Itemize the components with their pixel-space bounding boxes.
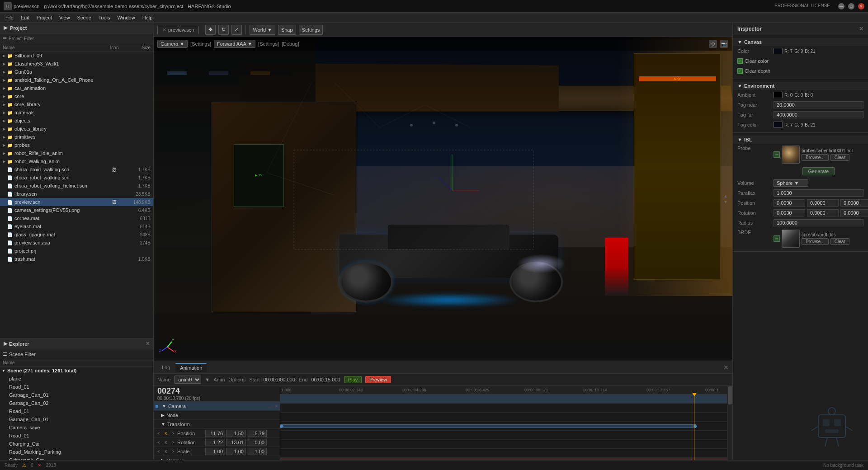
color-swatch[interactable] <box>774 48 783 54</box>
menu-tools[interactable]: Tools <box>95 14 114 21</box>
radius-input[interactable] <box>774 219 863 226</box>
scene-tab[interactable]: ✕ preview.scn <box>157 26 199 34</box>
scene-list-item[interactable]: Road_Marking_Parking <box>0 448 153 456</box>
forward-aaa-dropdown[interactable]: Forward AAA ▼ <box>214 40 255 48</box>
file-item[interactable]: 📄chara_droid_walking.scn🖼1.7KB <box>0 165 153 174</box>
snap-btn[interactable]: Snap <box>278 25 296 35</box>
menu-window[interactable]: Window <box>114 14 139 21</box>
pos-k[interactable]: K <box>163 431 169 436</box>
probe-browse-button[interactable]: Browse... <box>802 154 829 161</box>
file-item[interactable]: 📄eyelash.mat814B <box>0 222 153 230</box>
camera-dropdown[interactable]: Camera ▼ <box>157 40 188 48</box>
ibl-pos-y[interactable] <box>807 199 839 207</box>
file-item[interactable]: 📄glass_opaque.mat948B <box>0 230 153 239</box>
ambient-swatch[interactable] <box>774 92 783 98</box>
viewport-camera-icon[interactable]: 📷 <box>720 40 728 48</box>
camera-track-menu[interactable]: … <box>268 404 273 409</box>
volume-dropdown[interactable]: Sphere ▼ <box>774 179 808 187</box>
rotate-mode-btn[interactable]: ↻ <box>218 25 229 35</box>
ibl-rot-z[interactable] <box>840 209 868 216</box>
scene-list-item[interactable]: Road_01 <box>0 383 153 391</box>
viewport-debug-label[interactable]: [Debug] <box>282 41 299 47</box>
animation-tab[interactable]: Animation <box>175 363 207 372</box>
close-button[interactable]: ✕ <box>858 3 864 9</box>
file-item[interactable]: 📄camera_settings(FOV55).png6.4KB <box>0 206 153 214</box>
file-item[interactable]: 📄project.prj <box>0 247 153 255</box>
scene-list-item[interactable]: Road_01 <box>0 432 153 440</box>
menu-project[interactable]: Project <box>33 14 56 21</box>
ibl-rot-y[interactable] <box>807 209 839 216</box>
scene-root-item[interactable]: ▼Scene (271 nodes, 1261 total) <box>0 367 153 375</box>
fog-color-swatch[interactable] <box>774 122 783 128</box>
maximize-button[interactable]: □ <box>848 3 854 9</box>
scene-tab-close[interactable]: ✕ <box>162 27 166 33</box>
brdf-clear-button[interactable]: Clear <box>830 238 849 245</box>
scale-k[interactable]: K <box>163 449 169 454</box>
pos-z-field[interactable] <box>247 430 267 437</box>
menu-help[interactable]: Help <box>139 14 156 21</box>
viewport-settings2-label[interactable]: [Settings] <box>258 41 279 47</box>
scene-list-item[interactable]: Charging_Car <box>0 440 153 448</box>
ibl-pos-z[interactable] <box>840 199 868 207</box>
camera-track-close[interactable]: ✕ <box>274 404 278 409</box>
node-expand[interactable]: ▶ <box>161 413 165 418</box>
rot-x-field[interactable] <box>205 439 225 446</box>
file-item[interactable]: ▶📁android_Talking_On_A_Cell_Phone <box>0 76 153 84</box>
rot-y-field[interactable] <box>226 439 246 446</box>
clear-color-checkbox[interactable]: ✓ <box>737 58 743 64</box>
menu-edit[interactable]: Edit <box>17 14 33 21</box>
ibl-section-header[interactable]: ▼ IBL <box>733 136 868 144</box>
probe-edit-icon[interactable]: ✏ <box>774 151 780 158</box>
preview-button[interactable]: Preview <box>365 376 391 383</box>
file-item[interactable]: ▶📁core <box>0 92 153 100</box>
file-item[interactable]: ▶📁car_animation <box>0 84 153 92</box>
world-space-btn[interactable]: World ▼ <box>250 25 275 35</box>
menu-scene[interactable]: Scene <box>74 14 95 21</box>
file-item[interactable]: 📄preview.scn.aaa274B <box>0 239 153 247</box>
timeline-vscroll[interactable] <box>727 385 732 460</box>
file-item[interactable]: ▶📁probes <box>0 141 153 149</box>
pos-y-field[interactable] <box>226 430 246 437</box>
log-tab[interactable]: Log <box>157 363 175 371</box>
bottom-panel-close[interactable]: ✕ <box>723 364 729 371</box>
brdf-edit-icon[interactable]: ✏ <box>774 235 780 242</box>
transform-expand[interactable]: ▼ <box>161 422 165 427</box>
scale-x-field[interactable] <box>205 448 225 455</box>
file-item[interactable]: ▶📁robot_Rifle_Idle_anim <box>0 149 153 157</box>
nav-up[interactable]: ▲ <box>723 193 728 198</box>
parallax-input[interactable] <box>774 189 863 197</box>
settings-btn[interactable]: Settings <box>299 25 323 35</box>
file-item[interactable]: ▶📁objects <box>0 117 153 125</box>
file-item[interactable]: ▶📁Billboard_09 <box>0 52 153 60</box>
scale-y-field[interactable] <box>226 448 246 455</box>
scene-list-item[interactable]: Camera_save <box>0 423 153 432</box>
scene-list-item[interactable]: Road_01 <box>0 407 153 415</box>
probe-clear-button[interactable]: Clear <box>830 154 849 161</box>
scene-list-item[interactable]: Garbage_Can_01 <box>0 415 153 423</box>
file-item[interactable]: 📄chara_robot_walking_helmet.scn1.7KB <box>0 182 153 190</box>
menu-file[interactable]: File <box>2 14 17 21</box>
generate-button[interactable]: Generate <box>802 167 835 175</box>
ibl-pos-x[interactable] <box>774 199 805 207</box>
file-item[interactable]: ▶📁objects_library <box>0 125 153 133</box>
scene-list-item[interactable]: Garbage_Can_01 <box>0 391 153 399</box>
brdf-browse-button[interactable]: Browse... <box>802 238 829 245</box>
canvas-section-header[interactable]: ▼ Canvas <box>733 38 868 46</box>
file-item[interactable]: ▶📁primitives <box>0 133 153 141</box>
file-item[interactable]: ▶📁materials <box>0 108 153 117</box>
viewport-settings-icon[interactable]: ⚙ <box>709 40 717 48</box>
inspector-close-button[interactable]: ✕ <box>859 26 863 32</box>
clear-depth-checkbox[interactable]: ✓ <box>737 68 743 74</box>
file-item[interactable]: ▶📁Gun01a <box>0 68 153 76</box>
explorer-close-button[interactable]: ✕ <box>146 341 150 347</box>
scene-list-item[interactable]: Garbage_Can_02 <box>0 399 153 407</box>
file-item[interactable]: 📄trash.mat1.0KB <box>0 255 153 263</box>
file-item[interactable]: ▶📁core_library <box>0 100 153 108</box>
file-item[interactable]: ▶📁Etasphera53_Walk1 <box>0 60 153 68</box>
fog-near-input[interactable] <box>774 101 863 108</box>
rot-k[interactable]: K <box>163 440 169 445</box>
scale-mode-btn[interactable]: ⤢ <box>231 25 242 35</box>
anim-select[interactable]: anim0 <box>174 376 201 384</box>
play-button[interactable]: Play <box>344 376 362 383</box>
minimize-button[interactable]: — <box>838 3 844 9</box>
